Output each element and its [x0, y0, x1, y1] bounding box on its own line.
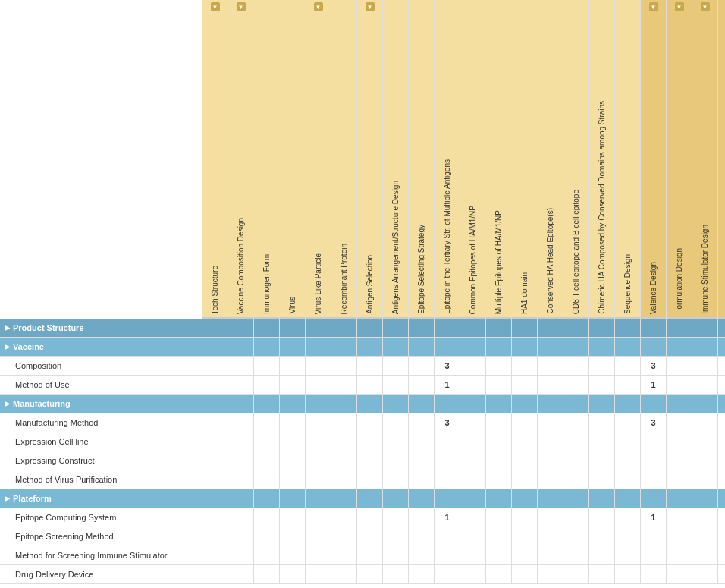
item-expression-cell-line: Expression Cell line [0, 432, 202, 451]
data-cell-ha1-domain [512, 508, 538, 527]
col-header-manufacturing-design: Manufacturing Design [718, 0, 725, 319]
subsection-manufacturing[interactable]: ▶ Manufacturing [0, 395, 202, 413]
data-cell-virus-like-particle [306, 546, 331, 565]
data-cell-virus-like-particle [306, 357, 331, 376]
subsection-vaccine[interactable]: ▶ Vaccine [0, 338, 202, 357]
data-cell-chimeric-ha [589, 546, 615, 565]
data-cell-immunogen-form [254, 432, 280, 451]
col-header-valence-design[interactable]: ▼Valence Design [641, 0, 667, 319]
data-cell-epitope-tertiary [435, 527, 460, 546]
data-cell-ha1-domain [512, 395, 538, 413]
data-cell-chimeric-ha [589, 413, 615, 432]
data-cell-sequence-design [615, 395, 641, 413]
filter-button-formulation-design[interactable]: ▼ [675, 2, 684, 11]
data-cell-virus-like-particle [306, 470, 331, 489]
filter-button-valence-design[interactable]: ▼ [649, 2, 658, 11]
col-header-common-epitopes: Common Epitopes of HA/M1/NP [460, 0, 486, 319]
data-cell-immune-stimulator [692, 565, 718, 584]
data-cell-tech-structure [202, 413, 228, 432]
data-cell-virus [280, 470, 306, 489]
item-method-virus-purification: Method of Virus Purification [0, 470, 202, 489]
data-cell-common-epitopes [460, 546, 486, 565]
col-header-virus-like-particle[interactable]: ▼Virus-Like Particle [306, 0, 331, 319]
data-cell-valence-design: 1 [641, 376, 667, 395]
col-header-conserved-ha-head: Conserved HA Head Epitope(s) [538, 0, 563, 319]
col-header-text-formulation-design: Formulation Design [675, 248, 683, 314]
data-cell-multiple-epitopes [486, 319, 512, 338]
data-cell-antigen-selection [357, 357, 383, 376]
data-cell-valence-design [641, 489, 667, 508]
data-cell-immune-stimulator [692, 470, 718, 489]
data-cell-recombinant-protein [331, 357, 357, 376]
data-cell-immune-stimulator [692, 489, 718, 508]
data-cell-formulation-design [667, 338, 692, 357]
data-cell-recombinant-protein [331, 470, 357, 489]
table-row [202, 395, 725, 413]
data-cell-sequence-design [615, 527, 641, 546]
row-headers: ▶ Product Structure ▶ Vaccine Compositio… [0, 0, 202, 584]
data-cell-immune-stimulator [692, 395, 718, 413]
data-cell-multiple-epitopes [486, 565, 512, 584]
data-cell-epitope-tertiary [435, 489, 460, 508]
data-cell-virus [280, 357, 306, 376]
data-cell-sequence-design [615, 319, 641, 338]
data-cell-epitope-tertiary: 1 [435, 508, 460, 527]
data-cell-immune-stimulator [692, 376, 718, 395]
data-cell-cd8-t-cell [563, 489, 589, 508]
data-cell-epitope-tertiary [435, 451, 460, 470]
data-cell-epitope-tertiary [435, 432, 460, 451]
filter-button-tech-structure[interactable]: ▼ [211, 2, 220, 11]
data-cell-manufacturing-design [718, 357, 725, 376]
data-cell-formulation-design [667, 376, 692, 395]
data-cell-immunogen-form [254, 470, 280, 489]
data-grid: ▼Tech Structure▼Vaccine Composition Desi… [202, 0, 725, 584]
data-cell-antigens-arrangement [383, 395, 409, 413]
data-cell-epitope-selecting [409, 376, 435, 395]
item-expressing-construct: Expressing Construct [0, 451, 202, 470]
data-cell-epitope-selecting [409, 395, 435, 413]
data-cell-antigens-arrangement [383, 470, 409, 489]
data-cell-immunogen-form [254, 319, 280, 338]
arrow-icon: ▶ [5, 343, 10, 351]
filter-button-virus-like-particle[interactable]: ▼ [314, 2, 323, 11]
data-cell-vaccine-composition [228, 508, 254, 527]
subsection-plateform[interactable]: ▶ Plateform [0, 489, 202, 508]
data-cell-immune-stimulator [692, 357, 718, 376]
section-product-structure[interactable]: ▶ Product Structure [0, 319, 202, 338]
data-cell-virus-like-particle [306, 451, 331, 470]
data-cell-antigen-selection [357, 319, 383, 338]
data-cell-immunogen-form [254, 395, 280, 413]
data-cell-ha1-domain [512, 546, 538, 565]
col-header-text-tech-structure: Tech Structure [211, 266, 219, 314]
data-cell-tech-structure [202, 508, 228, 527]
col-header-vaccine-composition[interactable]: ▼Vaccine Composition Design [228, 0, 254, 319]
data-cell-common-epitopes [460, 376, 486, 395]
filter-button-antigen-selection[interactable]: ▼ [366, 2, 375, 11]
data-cell-epitope-tertiary [435, 546, 460, 565]
col-header-antigen-selection[interactable]: ▼Antigen Selection [357, 0, 383, 319]
filter-button-immune-stimulator[interactable]: ▼ [701, 2, 710, 11]
data-cell-conserved-ha-head [538, 395, 563, 413]
data-cell-conserved-ha-head [538, 489, 563, 508]
data-cell-virus [280, 546, 306, 565]
data-cell-ha1-domain [512, 376, 538, 395]
data-cell-manufacturing-design [718, 451, 725, 470]
col-header-formulation-design[interactable]: ▼Formulation Design [667, 0, 692, 319]
data-cell-virus [280, 395, 306, 413]
data-cell-epitope-tertiary [435, 395, 460, 413]
col-header-virus: Virus [280, 0, 306, 319]
col-header-cd8-t-cell: CD8 T cell epitope and B cell epitope [563, 0, 589, 319]
col-header-tech-structure[interactable]: ▼Tech Structure [202, 0, 228, 319]
data-cell-immunogen-form [254, 357, 280, 376]
item-manufacturing-method: Manufacturing Method [0, 413, 202, 432]
data-cell-cd8-t-cell [563, 527, 589, 546]
data-cell-multiple-epitopes [486, 451, 512, 470]
data-cell-virus-like-particle [306, 338, 331, 357]
data-cell-manufacturing-design [718, 470, 725, 489]
data-cell-conserved-ha-head [538, 527, 563, 546]
data-cell-manufacturing-design [718, 376, 725, 395]
data-cell-epitope-tertiary: 3 [435, 357, 460, 376]
col-header-immune-stimulator[interactable]: ▼Immune Stimulator Design [692, 0, 718, 319]
filter-button-vaccine-composition[interactable]: ▼ [237, 2, 246, 11]
data-cell-vaccine-composition [228, 319, 254, 338]
